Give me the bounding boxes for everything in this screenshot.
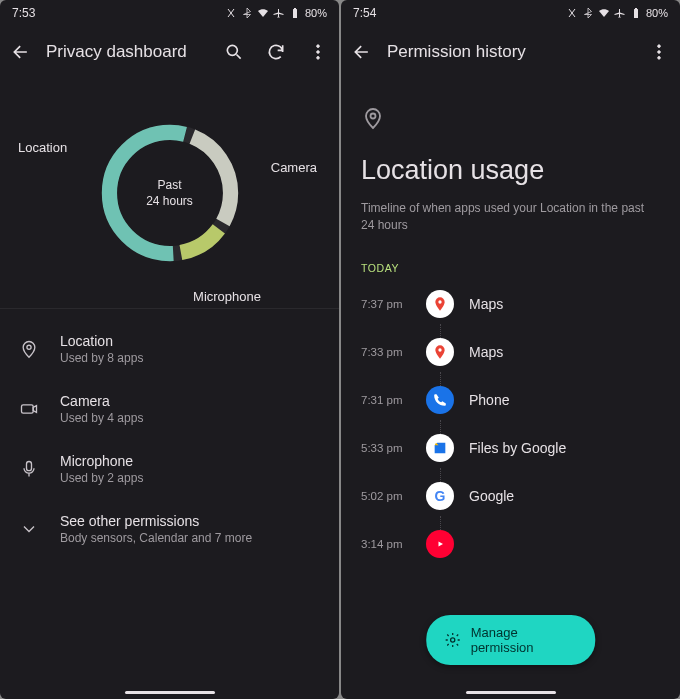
permission-sub: Used by 8 apps	[60, 351, 143, 365]
airplane-icon	[614, 7, 626, 19]
nfc-icon	[566, 7, 578, 19]
see-other-permissions[interactable]: See other permissions Body sensors, Cale…	[18, 499, 321, 559]
app-bar: Permission history	[341, 26, 680, 78]
battery-icon	[289, 7, 301, 19]
microphone-icon	[18, 459, 40, 479]
page-title: Privacy dashboard	[46, 42, 209, 62]
detail-header: Location usage Timeline of when apps use…	[341, 78, 680, 244]
svg-rect-11	[22, 405, 34, 413]
airplane-icon	[273, 7, 285, 19]
manage-permission-button[interactable]: Manage permission	[426, 615, 596, 665]
bluetooth-off-icon	[582, 7, 594, 19]
status-icons: 80%	[225, 7, 327, 19]
status-time: 7:54	[353, 6, 376, 20]
timeline-time: 7:33 pm	[361, 346, 411, 358]
wifi-icon	[598, 7, 610, 19]
battery-text: 80%	[646, 7, 668, 19]
gesture-nav-bar[interactable]	[466, 691, 556, 694]
search-button[interactable]	[223, 41, 245, 63]
timeline-time: 7:31 pm	[361, 394, 411, 406]
usage-donut: Past 24 hours Location Camera Microphone	[0, 88, 339, 298]
permission-row-location[interactable]: Location Used by 8 apps	[18, 319, 321, 379]
timeline-row[interactable]: 3:14 pm	[361, 520, 660, 568]
timeline-icon-col	[425, 338, 455, 366]
battery-icon	[630, 7, 642, 19]
svg-rect-1	[294, 8, 296, 9]
permission-sub: Body sensors, Calendar and 7 more	[60, 531, 252, 545]
location-icon	[361, 106, 660, 133]
svg-point-16	[658, 51, 661, 54]
donut-label-camera: Camera	[271, 160, 317, 175]
timeline-app-name: Phone	[469, 392, 509, 408]
gear-icon	[444, 631, 461, 649]
timeline-time: 5:33 pm	[361, 442, 411, 454]
status-bar: 7:54 80%	[341, 0, 680, 26]
detail-sub: Timeline of when apps used your Location…	[361, 200, 660, 234]
timeline-icon-col	[425, 530, 455, 558]
timeline-row[interactable]: 5:02 pmGGoogle	[361, 472, 660, 520]
timeline-row[interactable]: 5:33 pmFiles by Google	[361, 424, 660, 472]
timeline-row[interactable]: 7:31 pmPhone	[361, 376, 660, 424]
permission-sub: Used by 2 apps	[60, 471, 143, 485]
status-icons: 80%	[566, 7, 668, 19]
donut-label-location: Location	[18, 140, 67, 155]
back-button[interactable]	[351, 41, 373, 63]
svg-point-10	[27, 345, 31, 349]
permission-title: Location	[60, 333, 143, 349]
timeline-time: 5:02 pm	[361, 490, 411, 502]
svg-rect-12	[27, 462, 32, 471]
status-bar: 7:53 80%	[0, 0, 339, 26]
overflow-menu-button[interactable]	[648, 41, 670, 63]
status-time: 7:53	[12, 6, 35, 20]
svg-rect-13	[634, 9, 638, 18]
nfc-icon	[225, 7, 237, 19]
permission-row-microphone[interactable]: Microphone Used by 2 apps	[18, 439, 321, 499]
svg-point-15	[658, 45, 661, 48]
svg-point-2	[227, 45, 237, 55]
permission-title: Camera	[60, 393, 143, 409]
timeline-row[interactable]: 7:37 pmMaps	[361, 280, 660, 328]
timeline-icon-col	[425, 434, 455, 462]
refresh-button[interactable]	[265, 41, 287, 63]
permission-list: Location Used by 8 apps Camera Used by 4…	[0, 308, 339, 559]
timeline-icon-col	[425, 386, 455, 414]
app-bar: Privacy dashboard	[0, 26, 339, 78]
svg-rect-14	[635, 8, 637, 9]
donut-label-microphone: Microphone	[193, 289, 261, 304]
fab-label: Manage permission	[471, 625, 578, 655]
bluetooth-off-icon	[241, 7, 253, 19]
permission-title: Microphone	[60, 453, 143, 469]
battery-text: 80%	[305, 7, 327, 19]
page-title: Permission history	[387, 42, 634, 62]
timeline-icon-col	[425, 290, 455, 318]
wifi-icon	[257, 7, 269, 19]
timeline: 7:37 pmMaps7:33 pmMaps7:31 pmPhone5:33 p…	[341, 280, 680, 568]
svg-point-21	[450, 638, 454, 642]
donut-center-text: Past 24 hours	[146, 177, 193, 209]
overflow-menu-button[interactable]	[307, 41, 329, 63]
timeline-app-name: Google	[469, 488, 514, 504]
gesture-nav-bar[interactable]	[125, 691, 215, 694]
svg-point-19	[438, 300, 441, 303]
timeline-row[interactable]: 7:33 pmMaps	[361, 328, 660, 376]
today-label: TODAY	[341, 244, 680, 280]
phone-permission-history: 7:54 80% Permission history Location usa…	[341, 0, 680, 699]
svg-point-20	[438, 348, 441, 351]
svg-rect-0	[293, 9, 297, 18]
detail-heading: Location usage	[361, 155, 660, 186]
svg-point-3	[317, 45, 320, 48]
timeline-icon-col: G	[425, 482, 455, 510]
permission-row-camera[interactable]: Camera Used by 4 apps	[18, 379, 321, 439]
timeline-time: 7:37 pm	[361, 298, 411, 310]
svg-point-17	[658, 57, 661, 60]
timeline-app-name: Maps	[469, 344, 503, 360]
phone-privacy-dashboard: 7:53 80% Privacy dashboard	[0, 0, 339, 699]
timeline-time: 3:14 pm	[361, 538, 411, 550]
timeline-app-name: Maps	[469, 296, 503, 312]
permission-title: See other permissions	[60, 513, 252, 529]
permission-sub: Used by 4 apps	[60, 411, 143, 425]
svg-point-5	[317, 57, 320, 60]
timeline-app-name: Files by Google	[469, 440, 566, 456]
back-button[interactable]	[10, 41, 32, 63]
chevron-down-icon	[18, 519, 40, 539]
